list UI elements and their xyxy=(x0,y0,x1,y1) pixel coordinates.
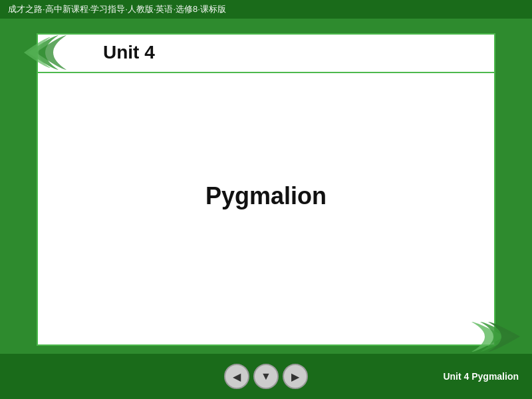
bottom-bar: ◀ ▼ ▶ Unit 4 Pygmalion xyxy=(0,354,532,399)
next-icon: ▶ xyxy=(291,370,299,383)
header-bar: 成才之路·高中新课程·学习指导·人教版·英语·选修8·课标版 xyxy=(0,0,532,19)
down-icon: ▼ xyxy=(261,370,271,382)
next-button[interactable]: ▶ xyxy=(283,364,308,389)
left-decoration xyxy=(19,32,72,73)
header-title: 成才之路·高中新课程·学习指导·人教版·英语·选修8·课标版 xyxy=(8,3,226,15)
down-button[interactable]: ▼ xyxy=(253,364,279,389)
prev-button[interactable]: ◀ xyxy=(224,364,249,389)
prev-icon: ◀ xyxy=(233,370,241,383)
center-title-area: Pygmalion xyxy=(37,33,495,346)
bottom-right-label: Unit 4 Pygmalion xyxy=(443,371,519,382)
right-decoration xyxy=(468,319,521,355)
main-title: Pygmalion xyxy=(205,182,327,210)
nav-buttons: ◀ ▼ ▶ xyxy=(224,364,308,389)
